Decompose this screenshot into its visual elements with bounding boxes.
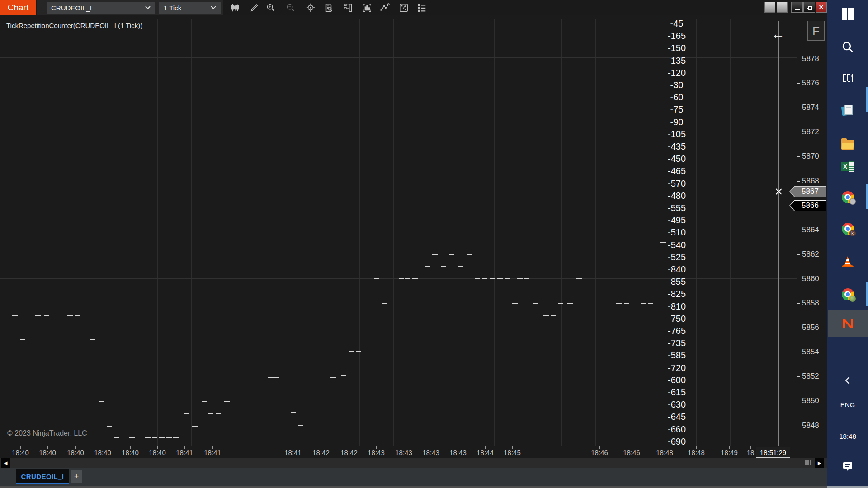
data-dash bbox=[449, 254, 454, 255]
data-dash bbox=[458, 266, 463, 267]
counter-value: -570 bbox=[668, 178, 686, 188]
chart-plot-area[interactable]: -45-165-150-135-120-30-60-75-90-105-435-… bbox=[0, 15, 827, 446]
zoom-out-button[interactable] bbox=[283, 1, 298, 14]
data-dash bbox=[330, 377, 336, 378]
taskbar-notepad[interactable] bbox=[827, 97, 868, 122]
vertical-gridline bbox=[191, 19, 192, 446]
task-view-button[interactable] bbox=[827, 68, 868, 88]
objects-icon bbox=[343, 3, 353, 13]
time-axis[interactable]: 18:51:29 18:4018:4018:4018:4018:4018:401… bbox=[0, 446, 827, 458]
data-dash bbox=[399, 278, 404, 279]
price-tick-label: 5860 bbox=[802, 274, 819, 283]
layout-button-1[interactable] bbox=[764, 2, 775, 13]
crosshair-button[interactable] bbox=[303, 1, 318, 14]
price-tick-label: 5848 bbox=[802, 421, 819, 430]
chart-menu-button[interactable]: Chart bbox=[0, 0, 36, 15]
task-view-icon bbox=[841, 71, 854, 84]
data-dash bbox=[405, 278, 410, 279]
scroll-right-icon: ▶ bbox=[818, 460, 821, 465]
instrument-selector[interactable]: CRUDEOIL_I bbox=[47, 2, 155, 14]
taskbar-clock[interactable]: 18:48 bbox=[827, 428, 868, 444]
vertical-gridline bbox=[595, 19, 596, 446]
horizontal-scrollbar[interactable]: ◀ ▶ bbox=[0, 458, 827, 468]
price-tick-label: 5858 bbox=[802, 299, 819, 308]
taskbar-search-button[interactable] bbox=[827, 37, 868, 57]
data-dash bbox=[624, 303, 629, 304]
interval-selector[interactable]: 1 Tick bbox=[159, 2, 221, 14]
taskbar-excel[interactable]: X bbox=[827, 157, 868, 176]
excel-icon: X bbox=[841, 160, 854, 173]
time-tick bbox=[729, 446, 730, 449]
taskbar-file-explorer[interactable] bbox=[827, 133, 868, 156]
screen: Chart CRUDEOIL_I 1 Tick bbox=[0, 0, 868, 488]
list-button[interactable] bbox=[415, 1, 429, 14]
time-tick-label: 18:48 bbox=[688, 449, 705, 456]
price-tick-label: 5872 bbox=[802, 127, 819, 136]
data-dash bbox=[208, 413, 213, 414]
data-dash bbox=[99, 401, 104, 402]
time-tick bbox=[47, 446, 48, 449]
counter-value: -75 bbox=[670, 104, 684, 115]
strategies-button[interactable] bbox=[396, 1, 411, 14]
counter-value: -720 bbox=[668, 362, 686, 373]
vertical-gridline bbox=[730, 19, 731, 446]
chart-style-button[interactable] bbox=[228, 1, 242, 14]
taskbar-expand-chevron[interactable] bbox=[827, 371, 868, 389]
scroll-left-button[interactable]: ◀ bbox=[1, 458, 10, 468]
data-dash bbox=[606, 291, 612, 291]
minimize-button[interactable] bbox=[791, 2, 803, 13]
price-tick bbox=[797, 254, 800, 255]
vertical-gridline bbox=[629, 19, 629, 446]
counter-value: -510 bbox=[668, 227, 686, 238]
chevron-left-icon bbox=[844, 375, 852, 385]
plot-left-border bbox=[4, 16, 4, 446]
counter-value: -585 bbox=[668, 350, 686, 361]
data-dash bbox=[202, 401, 207, 402]
language-indicator[interactable]: ENG bbox=[827, 397, 868, 412]
price-tick-label: 5862 bbox=[802, 250, 819, 259]
scroll-right-button[interactable]: ▶ bbox=[815, 458, 824, 468]
time-tick-label: 18:41 bbox=[204, 449, 221, 456]
time-tick-label: 18:46 bbox=[591, 449, 608, 456]
vertical-gridline bbox=[326, 19, 326, 446]
zoom-in-button[interactable] bbox=[264, 1, 278, 14]
taskbar-chrome-1[interactable] bbox=[827, 186, 868, 208]
counter-value: -810 bbox=[668, 301, 686, 311]
add-tab-button[interactable]: + bbox=[71, 470, 82, 483]
chrome-icon: k bbox=[842, 223, 854, 235]
tab-crudeoil[interactable]: CRUDEOIL_I bbox=[16, 469, 69, 484]
polyline-button[interactable] bbox=[378, 1, 392, 14]
price-tick-label: 5854 bbox=[802, 347, 819, 357]
vertical-gridline bbox=[23, 19, 23, 446]
data-dash bbox=[129, 437, 135, 438]
counter-value: -735 bbox=[668, 338, 686, 348]
chrome-icon bbox=[842, 191, 854, 203]
data-dash bbox=[83, 328, 88, 328]
action-center-button[interactable] bbox=[827, 457, 868, 475]
objects-button[interactable] bbox=[341, 1, 355, 14]
taskbar-vlc[interactable] bbox=[827, 251, 868, 272]
zoom-in-icon bbox=[266, 3, 276, 13]
close-button[interactable]: ✕ bbox=[816, 2, 827, 13]
time-tick-label: 18:42 bbox=[340, 449, 358, 456]
counter-value: -660 bbox=[668, 424, 686, 434]
data-box-button[interactable] bbox=[321, 1, 336, 14]
data-dash bbox=[145, 437, 151, 438]
fixed-scale-button[interactable]: F bbox=[807, 21, 825, 41]
draw-button[interactable] bbox=[247, 1, 262, 14]
windows-logo-icon bbox=[841, 8, 854, 20]
left-arrow-annotation: ← bbox=[771, 26, 785, 42]
region-highlight-button[interactable] bbox=[360, 1, 374, 14]
counter-value: -690 bbox=[668, 436, 686, 446]
restore-button[interactable] bbox=[803, 2, 815, 13]
time-tick bbox=[665, 446, 665, 449]
data-dash bbox=[412, 278, 418, 279]
taskbar-chrome-k[interactable]: k bbox=[827, 218, 868, 239]
taskbar-ninjatrader-active[interactable] bbox=[828, 310, 868, 337]
start-button[interactable] bbox=[827, 5, 868, 23]
layout-button-2[interactable] bbox=[777, 2, 788, 13]
taskbar-chrome-2[interactable] bbox=[827, 283, 868, 305]
counter-value: -540 bbox=[668, 239, 686, 250]
vertical-gridline bbox=[764, 19, 764, 446]
counter-value: -90 bbox=[670, 117, 684, 127]
